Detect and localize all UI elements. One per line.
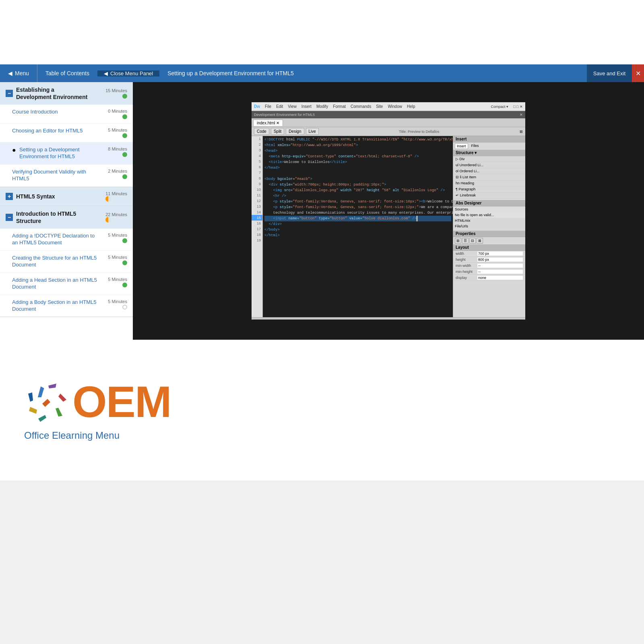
sidebar-item-course-intro[interactable]: Course Introduction 0 Minutes — [0, 105, 133, 124]
dw-panel-item-6[interactable]: ¶ Paragraph — [456, 187, 475, 191]
sidebar-item-editor[interactable]: Choosing an Editor for HTML5 5 Minutes — [0, 124, 133, 142]
dw-panel-row-4: ⊟ li List Item — [453, 174, 525, 180]
header-title-area: ◀ Close Menu Panel Setting up a Developm… — [97, 70, 587, 76]
toc-button[interactable]: Table of Contents — [37, 64, 97, 82]
dw-width-label: width — [456, 252, 476, 256]
section-toggle-1[interactable]: − — [6, 90, 13, 97]
dw-menu-edit[interactable]: Edit — [276, 104, 283, 109]
dw-menu-site[interactable]: Site — [376, 104, 383, 109]
menu-label: Menu — [15, 70, 29, 76]
code-line-12: <p style="font-family:Verdana, Geneva, s… — [264, 199, 451, 204]
sidebar-item-validity[interactable]: Verifying Document Validity with HTML5 2… — [0, 165, 133, 187]
code-line-1: <!DOCTYPE html PUBLIC "-//W3C//DTD XHTML… — [264, 137, 451, 142]
dw-menu-commands[interactable]: Commands — [351, 104, 371, 109]
ln-8: 8 — [252, 175, 262, 181]
section-1-title: Establishing aDevelopment Environment — [16, 86, 102, 101]
dw-code-btn[interactable]: Code — [254, 128, 269, 135]
sidebar-section-header-3[interactable]: − Introduction to HTML5 Structure 22 Min… — [0, 206, 133, 229]
dw-insert-tab-files[interactable]: Files — [470, 143, 481, 149]
dw-panel-item-2[interactable]: ul Unordered Li... — [456, 163, 483, 167]
dw-prop-minheight: min-height -- — [453, 269, 525, 275]
item-meta-head: 5 Minutes — [103, 277, 127, 287]
dw-panel-item-7[interactable]: ↵ Linebreak — [456, 193, 476, 197]
dw-split-btn[interactable]: Split — [271, 128, 284, 135]
item-text-setup: Setting up a Development Environment for… — [19, 147, 100, 160]
dw-minwidth-value[interactable]: -- — [477, 264, 523, 268]
ln-13: 13 — [252, 204, 262, 209]
dw-structure-header: Structure ▾ — [453, 150, 525, 156]
ln-16: 16 — [252, 221, 262, 226]
dw-main: 1 2 3 4 5 6 7 8 9 10 11 12 13 14 — [252, 136, 525, 317]
item-status-head — [122, 283, 127, 287]
close-icon: ✕ — [636, 70, 641, 77]
dw-right-panel: Insert Insert Files Structure ▾ ▷ Div ul… — [453, 136, 525, 317]
code-line-18: </html> — [264, 233, 451, 238]
section-3-duration: 22 Minutes — [105, 212, 127, 217]
dw-menu-format[interactable]: Format — [333, 104, 346, 109]
code-line-14: technology and telecommunications securi… — [264, 210, 451, 216]
item-text-structure: Creating the Structure for an HTML5 Docu… — [12, 255, 100, 268]
dw-prop-expand[interactable]: ⊠ — [477, 238, 483, 244]
code-line-17: </body> — [264, 227, 451, 233]
lesson-title: Setting up a Development Environment for… — [159, 70, 587, 76]
item-meta-editor: 5 Minutes — [103, 128, 127, 138]
dw-menu-modify[interactable]: Modify — [316, 104, 328, 109]
sidebar-section-header-1[interactable]: − Establishing aDevelopment Environment … — [0, 82, 133, 105]
dw-panel-item-3[interactable]: ol Ordered Li... — [456, 169, 480, 173]
dw-prop-display: display none — [453, 275, 525, 281]
dw-panel-item-4[interactable]: ⊟ li List Item — [456, 175, 476, 179]
menu-button[interactable]: ◀ Menu — [0, 64, 37, 82]
sidebar-item-setup[interactable]: ● Setting up a Development Environment f… — [0, 142, 133, 165]
dw-title-controls[interactable]: ✕ — [520, 113, 523, 117]
close-button[interactable]: ✕ — [632, 64, 644, 82]
dw-width-value[interactable]: 700 px — [477, 252, 523, 256]
dw-title-text: Development Environment for HTML5 — [254, 113, 315, 117]
sidebar-item-doctype[interactable]: Adding a !DOCTYPE Declaration to an HTML… — [0, 229, 133, 251]
save-exit-button[interactable]: Save and Exit — [587, 64, 632, 82]
dw-design-btn[interactable]: Design — [286, 128, 304, 135]
dw-panel-item-1[interactable]: ▷ Div — [456, 157, 465, 161]
code-line-4: <meta http-equiv="Content-Type" content=… — [264, 154, 451, 159]
sidebar-item-body[interactable]: Adding a Body Section in an HTML5 Docume… — [0, 295, 133, 317]
item-text-editor: Choosing an Editor for HTML5 — [12, 128, 100, 134]
ln-4: 4 — [252, 153, 262, 159]
dw-aside-designer-header: Abs Designer — [453, 200, 525, 206]
dw-insert-tab-insert[interactable]: Insert — [455, 143, 468, 149]
dw-menu-file[interactable]: File — [265, 104, 271, 109]
dw-display-value[interactable]: none — [477, 276, 523, 280]
logo-icon-area: OEM — [24, 380, 171, 424]
sidebar-section-3: − Introduction to HTML5 Structure 22 Min… — [0, 206, 133, 318]
dw-menu-help[interactable]: Help — [407, 104, 415, 109]
section-2-title: HTML5 Syntax — [16, 193, 102, 200]
dw-tab-index[interactable]: index.html ✕ — [253, 120, 283, 126]
ln-18: 18 — [252, 232, 262, 237]
dw-panel-item-5[interactable]: hn Heading — [456, 181, 474, 185]
dw-code-editor[interactable]: <!DOCTYPE html PUBLIC "-//W3C//DTD XHTML… — [263, 136, 453, 317]
dw-menu-insert[interactable]: Insert — [301, 104, 312, 109]
dw-minheight-value[interactable]: -- — [477, 270, 523, 274]
sidebar-item-head[interactable]: Adding a Head Section in an HTML5 Docume… — [0, 273, 133, 295]
dw-prop-cols[interactable]: ⊟ — [469, 238, 476, 244]
code-line-8: <body bgcolor="#eacb"> — [264, 176, 451, 182]
dw-prop-height: height 800 px — [453, 257, 525, 263]
dw-panel-row-6: ¶ Paragraph — [453, 186, 525, 192]
dw-properties-bar: <> HTML Format: None Class: None B I Tit… — [252, 317, 525, 320]
sidebar-section-header-2[interactable]: + HTML5 Syntax 11 Minutes — [0, 187, 133, 206]
dw-window-controls[interactable]: □ □ ✕ — [513, 105, 523, 109]
ln-9: 9 — [252, 181, 262, 187]
dw-menubar: Dw File Edit View Insert Modify Format C… — [252, 102, 525, 111]
section-toggle-3[interactable]: − — [6, 214, 13, 221]
sidebar-section-1: − Establishing aDevelopment Environment … — [0, 82, 133, 187]
sidebar-item-structure[interactable]: Creating the Structure for an HTML5 Docu… — [0, 251, 133, 273]
dw-height-value[interactable]: 800 px — [477, 258, 523, 262]
dw-live-btn[interactable]: Live — [306, 128, 319, 135]
dw-menu-dw[interactable]: Dw — [254, 104, 260, 109]
dw-menu-view[interactable]: View — [288, 104, 297, 109]
dw-prop-list[interactable]: ☰ — [462, 238, 469, 244]
ln-1: 1 — [252, 136, 262, 142]
close-panel-button[interactable]: ◀ Close Menu Panel — [97, 70, 159, 76]
dw-prop-grid[interactable]: ⊞ — [455, 238, 461, 244]
section-toggle-2[interactable]: + — [6, 193, 13, 200]
dw-menu-window[interactable]: Window — [388, 104, 402, 109]
item-meta-validity: 2 Minutes — [103, 169, 127, 179]
